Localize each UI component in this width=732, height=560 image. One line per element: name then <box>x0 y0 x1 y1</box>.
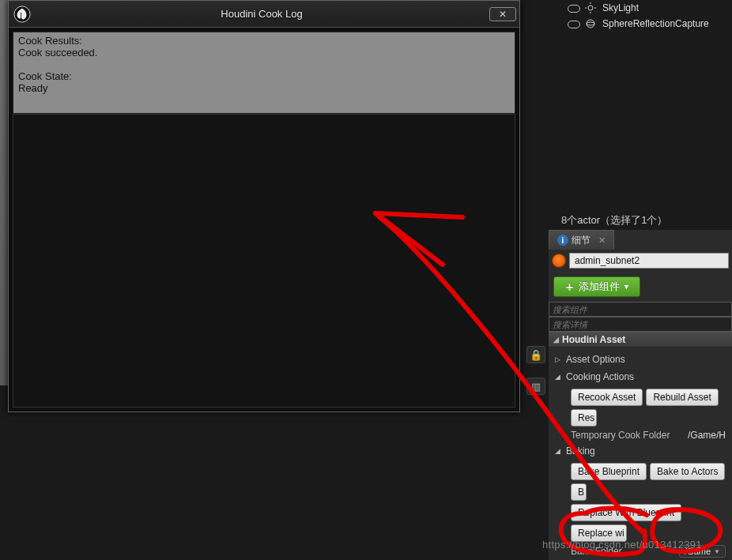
cooking-actions-label: Cooking Actions <box>566 371 634 382</box>
temp-cook-folder-label: Temporary Cook Folder <box>571 430 670 441</box>
baking-label: Baking <box>566 445 595 457</box>
visibility-eye-icon[interactable] <box>568 3 579 13</box>
add-component-label: 添加组件 <box>579 280 620 294</box>
search-components-input[interactable] <box>549 302 732 317</box>
chevron-down-icon: ▼ <box>714 548 720 555</box>
replace-blueprint-button[interactable]: Replace With Blueprint <box>571 504 681 521</box>
close-button[interactable]: ✕ <box>489 7 516 21</box>
search-details-input[interactable] <box>549 317 732 332</box>
tab-details[interactable]: i 细节 ✕ <box>549 230 614 250</box>
cook-log-textbox[interactable]: Cook Results: Cook succeeded. Cook State… <box>13 32 515 114</box>
baking-row[interactable]: ◢ Baking <box>555 442 726 460</box>
outliner-row[interactable]: SphereReflectionCapture <box>553 16 732 32</box>
outliner-item-label: SphereReflectionCapture <box>602 18 709 29</box>
bake-actors-button[interactable]: Bake to Actors <box>650 463 725 480</box>
details-tabs: i 细节 ✕ <box>549 230 732 250</box>
reset-button-cut[interactable]: Res <box>571 409 597 427</box>
selected-object-row <box>549 250 732 272</box>
plus-icon: ＋ <box>564 280 575 295</box>
expand-icon: ◢ <box>555 373 561 381</box>
viewport-tool-a[interactable]: 🔒 <box>526 346 545 363</box>
expand-icon: ◢ <box>553 336 559 344</box>
category-houdini-asset[interactable]: ◢ Houdini Asset <box>549 332 732 348</box>
bake-blueprint-button[interactable]: Bake Blueprint <box>571 463 647 480</box>
outliner-item-label: SkyLight <box>602 2 639 13</box>
add-component-button[interactable]: ＋ 添加组件 ▼ <box>553 276 640 297</box>
houdini-icon <box>552 254 566 268</box>
chevron-right-icon: ▷ <box>555 355 561 363</box>
svg-point-6 <box>587 22 594 25</box>
object-name-field[interactable] <box>569 253 729 269</box>
viewport-tool-b[interactable]: ▥ <box>526 378 545 395</box>
cook-log-dialog: Houdini Cook Log ✕ Cook Results: Cook su… <box>8 0 520 412</box>
bake-button-cut[interactable]: B <box>571 483 587 501</box>
info-icon: i <box>557 235 568 246</box>
rebuild-asset-button[interactable]: Rebuild Asset <box>646 389 718 406</box>
svg-point-5 <box>587 20 594 28</box>
asset-options-row[interactable]: ▷ Asset Options <box>555 351 726 368</box>
tab-label: 细节 <box>572 234 591 247</box>
close-icon[interactable]: ✕ <box>598 235 606 246</box>
details-panel: i 细节 ✕ ＋ 添加组件 ▼ ◢ Houdini Asset ▷ Asset … <box>549 230 732 560</box>
visibility-eye-icon[interactable] <box>568 19 579 28</box>
recook-asset-button[interactable]: Recook Asset <box>571 389 643 406</box>
outliner-footer: 8个actor（选择了1个） <box>553 209 732 232</box>
unreal-logo-icon <box>12 4 32 24</box>
dialog-title: Houdini Cook Log <box>34 8 489 20</box>
asset-options-label: Asset Options <box>566 354 625 365</box>
cooking-actions-row[interactable]: ◢ Cooking Actions <box>555 368 726 385</box>
close-icon: ✕ <box>499 9 507 20</box>
svg-point-0 <box>588 6 593 10</box>
sphere-reflection-icon <box>585 18 596 29</box>
category-label: Houdini Asset <box>562 334 625 345</box>
dialog-body: Cook Results: Cook succeeded. Cook State… <box>9 28 519 412</box>
world-outliner: SkyLight SphereReflectionCapture 8个actor… <box>553 0 732 232</box>
cook-log-empty-area <box>13 114 515 408</box>
skylight-icon <box>585 2 596 13</box>
dialog-titlebar[interactable]: Houdini Cook Log ✕ <box>9 1 519 28</box>
watermark: https://blog.csdn.net/u013412391 <box>542 539 702 551</box>
temp-cook-folder-value[interactable]: /Game/H <box>688 430 726 441</box>
outliner-row[interactable]: SkyLight <box>553 0 732 16</box>
chevron-down-icon: ▼ <box>623 283 630 291</box>
expand-icon: ◢ <box>555 447 561 455</box>
